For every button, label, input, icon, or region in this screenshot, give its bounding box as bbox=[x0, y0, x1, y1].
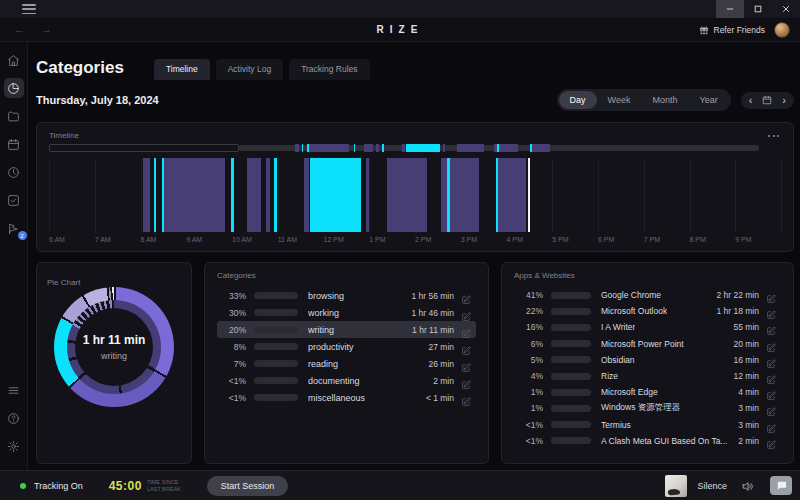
minimize-button[interactable] bbox=[716, 0, 744, 18]
timeline-activity-bar[interactable] bbox=[154, 158, 157, 232]
grid-line bbox=[95, 158, 96, 232]
category-row[interactable]: <1%miscellaneous< 1 min bbox=[217, 389, 476, 406]
percent-label: 5% bbox=[519, 355, 543, 365]
media-title: Silence bbox=[697, 481, 727, 491]
sidebar-item-settings[interactable] bbox=[4, 436, 24, 456]
category-row[interactable]: 20%writing1 hr 11 min bbox=[217, 321, 476, 338]
start-session-button[interactable]: Start Session bbox=[207, 476, 289, 496]
avatar[interactable] bbox=[774, 22, 790, 38]
app-row[interactable]: 41%Google Chrome2 hr 22 min bbox=[514, 287, 781, 303]
prev-day-button[interactable]: ‹ bbox=[749, 95, 753, 106]
timeline-activity-bar[interactable] bbox=[304, 158, 308, 232]
sidebar-item-home[interactable] bbox=[4, 50, 24, 70]
category-row[interactable]: 7%reading26 min bbox=[217, 355, 476, 372]
app-row[interactable]: 1%Windows 资源管理器3 min bbox=[514, 400, 781, 416]
edit-icon[interactable] bbox=[766, 290, 776, 300]
percent-label: <1% bbox=[222, 376, 246, 386]
timeline-activity-bar[interactable] bbox=[447, 158, 450, 232]
timeline-activity-bar[interactable] bbox=[366, 158, 369, 232]
axis-tick-label: 7 PM bbox=[644, 236, 660, 243]
sidebar-item-list[interactable] bbox=[4, 380, 24, 400]
sidebar-item-reports[interactable] bbox=[4, 78, 24, 98]
pie-card-title: Pie Chart bbox=[47, 278, 80, 287]
timeline-activity-bar[interactable] bbox=[274, 158, 276, 232]
calendar-picker-icon[interactable] bbox=[762, 95, 772, 105]
edit-icon[interactable] bbox=[461, 393, 471, 403]
app-row[interactable]: 22%Microsoft Outlook1 hr 18 min bbox=[514, 303, 781, 319]
item-label: Termius bbox=[601, 420, 631, 430]
more-options-icon[interactable] bbox=[766, 133, 781, 139]
timeline-activity-bar[interactable] bbox=[496, 158, 526, 232]
percent-label: 4% bbox=[519, 371, 543, 381]
strip-activity-segment bbox=[354, 144, 356, 152]
edit-icon[interactable] bbox=[461, 291, 471, 301]
edit-icon[interactable] bbox=[461, 376, 471, 386]
break-timer: 45:00 bbox=[109, 479, 142, 493]
next-day-button[interactable]: › bbox=[782, 95, 786, 106]
edit-icon[interactable] bbox=[461, 325, 471, 335]
sidebar-item-calendar[interactable] bbox=[4, 134, 24, 154]
timeline-activity-bar[interactable] bbox=[310, 158, 361, 232]
timeline-activity-bar[interactable] bbox=[164, 158, 225, 232]
category-row[interactable]: 30%working1 hr 46 min bbox=[217, 304, 476, 321]
usage-bar bbox=[551, 405, 591, 412]
timeline-activity-bar[interactable] bbox=[387, 158, 427, 232]
current-date-label: Thursday, July 18, 2024 bbox=[36, 94, 159, 106]
time-label: 1 hr 56 min bbox=[405, 291, 454, 301]
donut-chart[interactable]: 1 hr 11 min writing bbox=[54, 287, 174, 407]
forward-arrow-icon[interactable]: → bbox=[41, 24, 52, 35]
edit-icon[interactable] bbox=[766, 339, 776, 349]
timeline-activity-bar[interactable] bbox=[496, 158, 499, 232]
edit-icon[interactable] bbox=[766, 371, 776, 381]
app-row[interactable]: 16%I A Writer55 min bbox=[514, 319, 781, 335]
sidebar-item-history[interactable] bbox=[4, 162, 24, 182]
edit-icon[interactable] bbox=[766, 387, 776, 397]
edit-icon[interactable] bbox=[766, 322, 776, 332]
edit-icon[interactable] bbox=[461, 359, 471, 369]
edit-icon[interactable] bbox=[766, 436, 776, 446]
close-button[interactable] bbox=[772, 0, 800, 18]
sidebar-item-help[interactable] bbox=[4, 408, 24, 428]
sidebar-item-tasks[interactable] bbox=[4, 190, 24, 210]
edit-icon[interactable] bbox=[766, 420, 776, 430]
app-row[interactable]: 4%Rize12 min bbox=[514, 368, 781, 384]
app-row[interactable]: 6%Microsoft Power Point20 min bbox=[514, 336, 781, 352]
donut-center: 1 hr 11 min writing bbox=[75, 308, 153, 386]
app-row[interactable]: 5%Obsidian16 min bbox=[514, 352, 781, 368]
tab-tracking-rules[interactable]: Tracking Rules bbox=[289, 59, 369, 80]
tab-timeline[interactable]: Timeline bbox=[154, 59, 210, 80]
chat-button[interactable] bbox=[770, 476, 792, 495]
timeline-activity-bar[interactable] bbox=[143, 158, 150, 232]
speaker-icon[interactable] bbox=[741, 479, 754, 492]
range-day[interactable]: Day bbox=[559, 91, 597, 109]
back-arrow-icon[interactable]: ← bbox=[14, 24, 25, 35]
maximize-button[interactable] bbox=[744, 0, 772, 18]
sidebar-item-notifications[interactable]: 2 bbox=[4, 218, 24, 238]
timeline-activity-bar[interactable] bbox=[231, 158, 234, 232]
app-row[interactable]: <1%Termius3 min bbox=[514, 417, 781, 433]
edit-icon[interactable] bbox=[461, 308, 471, 318]
timeline-overview-strip[interactable] bbox=[49, 144, 781, 152]
usage-bar bbox=[551, 421, 591, 428]
axis-tick-label: 7 AM bbox=[95, 236, 111, 243]
range-month[interactable]: Month bbox=[641, 91, 688, 109]
item-label: Microsoft Outlook bbox=[601, 306, 667, 316]
category-row[interactable]: 8%productivity27 min bbox=[217, 338, 476, 355]
edit-icon[interactable] bbox=[766, 306, 776, 316]
category-row[interactable]: 33%browsing1 hr 56 min bbox=[217, 287, 476, 304]
sidebar-item-projects[interactable] bbox=[4, 106, 24, 126]
tab-activity-log[interactable]: Activity Log bbox=[216, 59, 283, 80]
app-row[interactable]: 1%Microsoft Edge4 min bbox=[514, 384, 781, 400]
edit-icon[interactable] bbox=[766, 355, 776, 365]
refer-friends-button[interactable]: Refer Friends bbox=[699, 25, 766, 35]
range-week[interactable]: Week bbox=[597, 91, 642, 109]
range-year[interactable]: Year bbox=[688, 91, 728, 109]
percent-label: 8% bbox=[222, 342, 246, 352]
edit-icon[interactable] bbox=[461, 342, 471, 352]
timeline-activity-bar[interactable] bbox=[247, 158, 261, 232]
category-row[interactable]: <1%documenting2 min bbox=[217, 372, 476, 389]
edit-icon[interactable] bbox=[766, 403, 776, 413]
timeline-activity-bar[interactable] bbox=[266, 158, 270, 232]
app-row[interactable]: <1%A Clash Meta GUI Based On Ta...2 min bbox=[514, 433, 781, 449]
menu-icon[interactable] bbox=[22, 4, 36, 14]
